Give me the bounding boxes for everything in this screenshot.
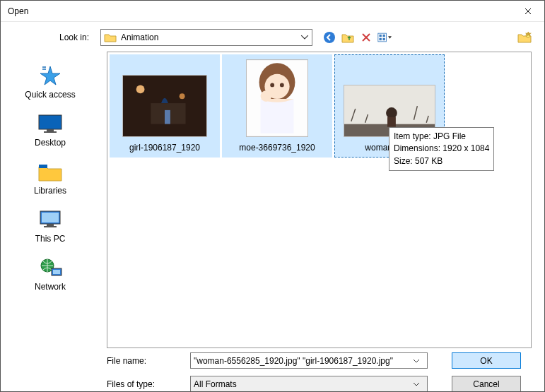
place-label: Desktop bbox=[35, 138, 66, 148]
chevron-down-icon bbox=[413, 359, 424, 363]
view-menu-icon bbox=[377, 32, 392, 43]
file-name: moe-3669736_1920 bbox=[239, 143, 315, 153]
file-list[interactable]: girl-1906187_1920 moe-3669736_1920 woman… bbox=[107, 52, 532, 348]
filetype-combo[interactable]: All Formats bbox=[190, 376, 428, 392]
filename-row: File name: "woman-6556285_1920.jpg" "gir… bbox=[107, 352, 532, 369]
back-icon bbox=[323, 31, 336, 44]
network-icon bbox=[37, 256, 64, 279]
thumbnail bbox=[122, 75, 207, 137]
close-icon bbox=[525, 8, 532, 15]
ok-button[interactable]: OK bbox=[452, 352, 521, 369]
filename-combo[interactable]: "woman-6556285_1920.jpg" "girl-1906187_1… bbox=[190, 352, 428, 369]
new-folder-icon: ★ bbox=[517, 32, 532, 43]
delete-icon bbox=[361, 32, 371, 42]
svg-point-30 bbox=[261, 90, 272, 102]
place-label: Network bbox=[35, 282, 66, 292]
svg-rect-5 bbox=[383, 38, 385, 40]
svg-rect-2 bbox=[380, 35, 382, 37]
folder-icon bbox=[104, 32, 117, 42]
svg-point-33 bbox=[386, 107, 397, 119]
place-label: Libraries bbox=[34, 186, 66, 196]
window-title: Open bbox=[8, 6, 28, 16]
up-button[interactable] bbox=[341, 30, 355, 44]
close-button[interactable] bbox=[512, 1, 544, 22]
svg-rect-13 bbox=[42, 213, 59, 222]
svg-rect-4 bbox=[380, 38, 382, 40]
place-label: Quick access bbox=[25, 90, 75, 100]
place-quick-access[interactable]: Quick access bbox=[1, 64, 100, 100]
desktop-icon bbox=[37, 112, 64, 135]
place-desktop[interactable]: Desktop bbox=[1, 112, 100, 148]
file-name: girl-1906187_1920 bbox=[129, 143, 200, 153]
folder-up-icon bbox=[341, 32, 354, 43]
cancel-button[interactable]: Cancel bbox=[452, 376, 521, 392]
lookin-dropdown[interactable]: Animation bbox=[100, 29, 312, 46]
svg-rect-23 bbox=[165, 110, 170, 124]
this-pc-icon bbox=[37, 208, 64, 231]
svg-point-28 bbox=[280, 83, 284, 88]
filetype-label: Files of type: bbox=[107, 379, 190, 389]
svg-rect-15 bbox=[44, 226, 57, 227]
chevron-down-icon bbox=[413, 382, 424, 386]
places-bar: Quick access Desktop Libraries This PC N… bbox=[1, 52, 100, 348]
svg-rect-8 bbox=[39, 115, 61, 129]
ok-label: OK bbox=[480, 356, 492, 366]
svg-point-20 bbox=[136, 85, 145, 94]
tooltip-line: Size: 507 KB bbox=[394, 155, 489, 167]
tooltip-line: Item type: JPG File bbox=[394, 131, 489, 143]
delete-button[interactable] bbox=[359, 30, 373, 44]
svg-rect-34 bbox=[387, 117, 396, 127]
filetype-row: Files of type: All Formats Cancel bbox=[107, 376, 532, 392]
lookin-value: Animation bbox=[121, 32, 296, 42]
place-network[interactable]: Network bbox=[1, 256, 100, 292]
titlebar: Open bbox=[1, 1, 544, 22]
file-item[interactable]: girl-1906187_1920 bbox=[110, 54, 220, 158]
svg-rect-29 bbox=[261, 99, 294, 133]
tooltip-line: Dimensions: 1920 x 1084 bbox=[394, 143, 489, 155]
svg-rect-18 bbox=[53, 270, 60, 274]
svg-point-27 bbox=[270, 83, 274, 88]
quick-access-icon bbox=[37, 64, 64, 87]
file-item[interactable]: moe-3669736_1920 bbox=[222, 54, 332, 158]
chevron-down-icon bbox=[300, 35, 309, 40]
filename-value: "woman-6556285_1920.jpg" "girl-1906187_1… bbox=[194, 356, 413, 366]
view-menu-button[interactable] bbox=[377, 30, 392, 44]
new-folder-button[interactable]: ★ bbox=[517, 32, 532, 43]
tooltip: Item type: JPG File Dimensions: 1920 x 1… bbox=[389, 127, 494, 171]
svg-rect-14 bbox=[47, 224, 54, 226]
svg-rect-11 bbox=[39, 165, 47, 168]
svg-point-0 bbox=[324, 32, 335, 43]
bottom-panel: File name: "woman-6556285_1920.jpg" "gir… bbox=[1, 348, 544, 392]
body-area: Quick access Desktop Libraries This PC N… bbox=[1, 52, 544, 348]
filename-label: File name: bbox=[107, 356, 190, 366]
svg-rect-3 bbox=[383, 35, 385, 37]
place-this-pc[interactable]: This PC bbox=[1, 208, 100, 244]
back-button[interactable] bbox=[322, 30, 336, 44]
svg-rect-9 bbox=[47, 129, 54, 131]
nav-toolbar bbox=[322, 30, 392, 44]
filetype-value: All Formats bbox=[194, 379, 413, 389]
lookin-row: Look in: Animation ★ bbox=[1, 22, 544, 52]
thumbnail bbox=[246, 59, 308, 137]
lookin-label: Look in: bbox=[13, 32, 95, 42]
svg-rect-10 bbox=[44, 131, 57, 133]
svg-point-21 bbox=[180, 93, 185, 99]
cancel-label: Cancel bbox=[473, 379, 499, 389]
place-label: This PC bbox=[35, 234, 66, 244]
svg-text:★: ★ bbox=[525, 32, 532, 39]
libraries-icon bbox=[37, 160, 64, 183]
place-libraries[interactable]: Libraries bbox=[1, 160, 100, 196]
